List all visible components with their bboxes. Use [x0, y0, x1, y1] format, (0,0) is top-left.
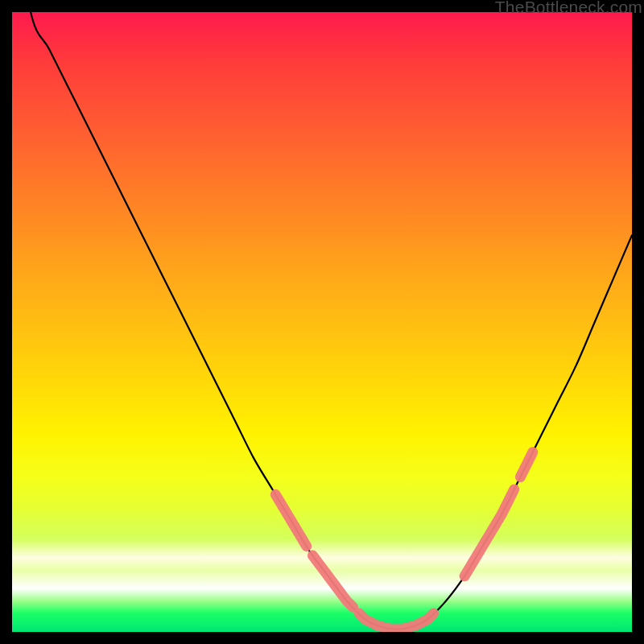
- bottleneck-curve-plot: [12, 12, 632, 632]
- curve-highlight-segment: [464, 489, 514, 576]
- chart-frame: [12, 12, 632, 632]
- watermark-text: TheBottleneck.com: [495, 0, 642, 17]
- curve-highlight-segment: [275, 494, 307, 546]
- curve-highlight-segment: [520, 452, 532, 477]
- curve-highlight-segment: [312, 555, 353, 607]
- curve-highlight-segment: [359, 613, 433, 629]
- bottleneck-curve: [12, 12, 632, 630]
